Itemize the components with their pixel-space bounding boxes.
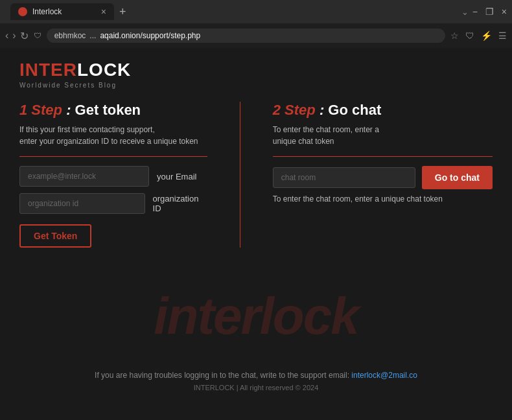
chat-input[interactable] [273, 167, 415, 188]
menu-icon[interactable]: ☰ [498, 30, 507, 41]
new-tab-button[interactable]: + [117, 5, 129, 19]
step1-number: 1 Step [19, 102, 62, 118]
email-label: your Email [157, 172, 196, 181]
footer-support: If you are having troubles logging in to… [19, 371, 493, 380]
step2-number: 2 Step [273, 102, 316, 118]
tab-close-button[interactable]: × [101, 7, 106, 16]
watermark-text: interlock [154, 286, 358, 346]
chat-row: Go to chat [273, 166, 493, 189]
back-button[interactable]: ‹ [5, 30, 8, 41]
tab-favicon [18, 7, 27, 16]
reload-button[interactable]: ↻ [20, 30, 29, 42]
logo-lock: LOCK [77, 60, 131, 80]
step2-column: 2 Step : Go chat To enter the chat room,… [273, 102, 493, 248]
step2-heading: 2 Step : Go chat [273, 102, 493, 119]
bookmark-icon[interactable]: ☆ [450, 30, 459, 41]
get-token-button[interactable]: Get Token [19, 224, 91, 248]
url-prefix: ebhmkoc [54, 31, 86, 40]
main-section: 1 Step : Get token If this your first ti… [0, 95, 512, 254]
logo-tagline: Worldwide Secrets Blog [19, 82, 493, 89]
active-tab[interactable]: Interlock × [10, 3, 114, 20]
logo-inter: INTER [19, 60, 77, 80]
step1-divider [19, 156, 207, 157]
footer: If you are having troubles logging in to… [0, 364, 512, 398]
org-input[interactable] [19, 193, 145, 214]
support-text: If you are having troubles logging in to… [95, 371, 349, 380]
tab-bar: Interlock × + [5, 1, 458, 23]
step2-desc: To enter the chat room, enter a unique c… [273, 124, 493, 147]
title-bar: Interlock × + ⌄ − ❐ × [0, 0, 512, 23]
address-bar: ‹ › ↻ 🛡 ebhmkoc ... aqaid.onion/support/… [0, 23, 512, 48]
url-main: aqaid.onion/support/step.php [100, 31, 200, 40]
step1-colon: : [62, 102, 75, 118]
org-label: organization ID [153, 194, 207, 213]
security-icon: 🛡 [34, 31, 41, 40]
tab-title: Interlock [32, 7, 62, 16]
step2-colon: : [316, 102, 329, 118]
step2-title: Go chat [328, 102, 381, 118]
close-window-button[interactable]: × [502, 6, 507, 17]
forward-button[interactable]: › [12, 30, 16, 41]
page-content: INTERLOCK Worldwide Secrets Blog 1 Step … [0, 48, 512, 398]
step1-column: 1 Step : Get token If this your first ti… [19, 102, 207, 248]
go-to-chat-button[interactable]: Go to chat [422, 166, 493, 189]
org-row: organization ID [19, 193, 207, 214]
logo-area: INTERLOCK Worldwide Secrets Blog [0, 48, 512, 95]
extensions-icon[interactable]: ⚡ [481, 30, 492, 41]
support-email[interactable]: interlock@2mail.co [351, 371, 417, 380]
url-bar[interactable]: ebhmkoc ... aqaid.onion/support/step.php [47, 29, 445, 43]
footer-copyright: INTERLOCK | All right reserved © 2024 [19, 384, 493, 391]
chat-note: To enter the chat room, enter a unique c… [273, 194, 493, 204]
shield-check-icon[interactable]: 🛡 [465, 30, 474, 41]
browser-chrome: Interlock × + ⌄ − ❐ × ‹ › ↻ 🛡 ebhmkoc ..… [0, 0, 512, 48]
email-row: your Email [19, 166, 207, 187]
step1-title: Get token [75, 102, 141, 118]
step2-divider [273, 156, 493, 157]
toolbar-icons: ☆ 🛡 ⚡ ☰ [450, 30, 507, 41]
restore-button[interactable]: ❐ [485, 6, 494, 17]
step1-desc: If this your first time contacting suppo… [19, 124, 207, 147]
logo: INTERLOCK [19, 60, 493, 80]
step1-heading: 1 Step : Get token [19, 102, 207, 119]
minimize-button[interactable]: − [472, 6, 478, 17]
vertical-divider [240, 102, 240, 248]
email-input[interactable] [19, 166, 149, 187]
tab-list-button[interactable]: ⌄ [461, 7, 469, 17]
nav-buttons: ‹ › ↻ [5, 30, 29, 42]
url-separator: ... [89, 31, 96, 40]
watermark: interlock [0, 286, 512, 346]
window-controls: − ❐ × [472, 6, 507, 17]
